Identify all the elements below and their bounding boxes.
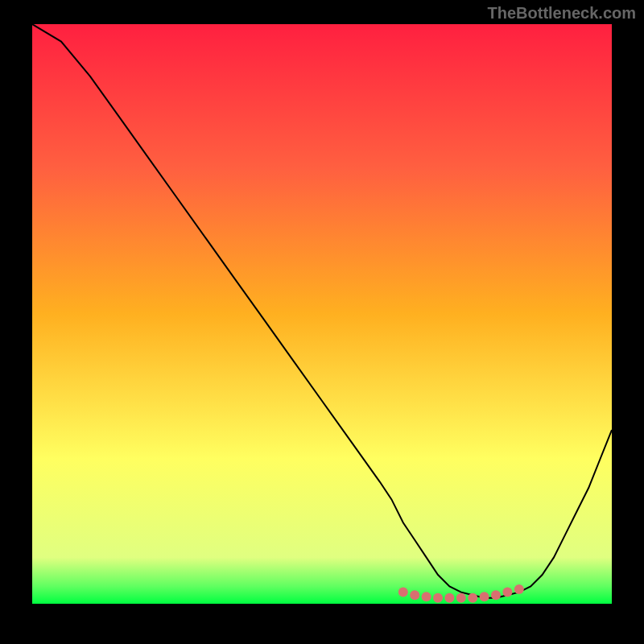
marker-point (491, 590, 501, 600)
marker-point (410, 590, 419, 600)
watermark-text: TheBottleneck.com (488, 4, 636, 23)
gradient-background (32, 24, 612, 604)
chart-svg (32, 24, 612, 604)
marker-point (502, 588, 512, 597)
marker-point (514, 584, 524, 594)
marker-point (468, 593, 477, 603)
marker-point (456, 593, 466, 603)
plot-area (32, 24, 612, 604)
marker-point (444, 593, 454, 603)
chart-container: TheBottleneck.com (0, 0, 644, 644)
marker-point (433, 593, 443, 603)
marker-point (422, 592, 431, 601)
marker-point (480, 592, 489, 601)
marker-point (398, 588, 408, 597)
